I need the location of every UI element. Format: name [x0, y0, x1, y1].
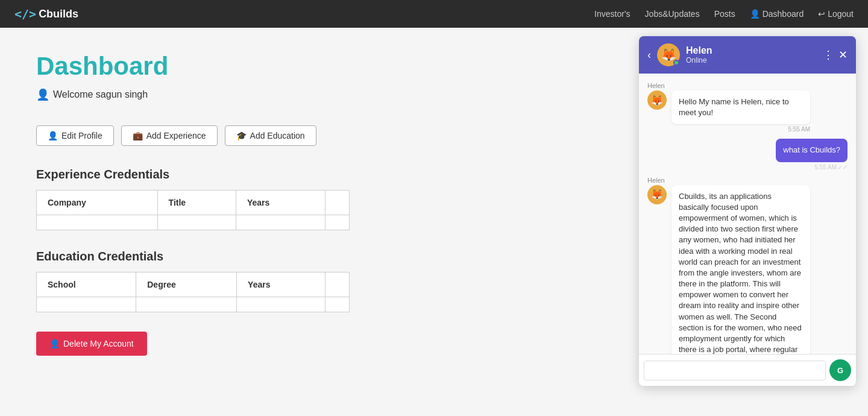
brand-logo[interactable]: </> Cbuilds: [14, 7, 78, 21]
chat-status: Online: [686, 56, 817, 65]
chat-avatar: 🦊: [657, 43, 680, 66]
delete-account-button[interactable]: 👤 Delete My Account: [36, 332, 147, 356]
chat-close-button[interactable]: ✕: [838, 48, 848, 61]
experience-table: Company Title Years: [36, 190, 350, 230]
chat-message-3: Helen 🦊 Cbuilds, its an applications bas…: [647, 177, 848, 354]
experience-col-title: Title: [157, 191, 236, 215]
edit-profile-label: Edit Profile: [61, 131, 102, 140]
experience-cell-company: [37, 215, 158, 230]
logout-icon: ↩: [818, 9, 825, 19]
edit-profile-icon: 👤: [48, 131, 58, 140]
experience-empty-row: [37, 215, 350, 230]
chat-messages: Helen 🦊 Hello My name is Helen, nice to …: [639, 74, 856, 354]
education-cell-degree: [136, 297, 237, 312]
nav-dashboard-label: Dashboard: [763, 9, 804, 19]
add-experience-label: Add Experience: [146, 131, 206, 140]
education-cell-action: [326, 297, 350, 312]
nav-dashboard[interactable]: 👤 Dashboard: [750, 9, 804, 19]
chat-header-actions: ⋮ ✕: [823, 48, 848, 61]
nav-posts[interactable]: Posts: [714, 9, 735, 19]
experience-cell-title: [157, 215, 236, 230]
add-education-button[interactable]: 🎓 Add Education: [225, 125, 316, 146]
bubble-row-2: what is Cbuilds? 5:55 AM ✓✓: [647, 139, 848, 170]
chat-panel: ‹ 🦊 Helen Online ⋮ ✕ Helen 🦊 Hello My na…: [639, 36, 856, 380]
msg-avatar-1: 🦊: [647, 90, 667, 110]
grammarly-button[interactable]: G: [829, 359, 851, 380]
add-education-label: Add Education: [250, 131, 305, 140]
bubble-3-text: Cbuilds, its an applications basically f…: [679, 192, 802, 354]
bubble-row-3: 🦊 Cbuilds, its an applications basically…: [647, 185, 848, 354]
sender-label-3: Helen: [647, 177, 848, 184]
experience-col-years: Years: [236, 191, 325, 215]
nav-investors[interactable]: Investor's: [594, 9, 630, 19]
read-checkmarks: ✓✓: [838, 164, 848, 171]
delete-label: Delete My Account: [63, 339, 134, 348]
nav-logout[interactable]: ↩ Logout: [818, 9, 854, 19]
add-education-icon: 🎓: [236, 131, 247, 140]
msg-avatar-3: 🦊: [647, 185, 667, 204]
main-content: Dashboard 👤 Welcome sagun singh 👤 Edit P…: [0, 28, 542, 380]
add-experience-button[interactable]: 💼 Add Experience: [121, 125, 218, 146]
chat-more-button[interactable]: ⋮: [823, 48, 834, 61]
time-2: 5:55 AM ✓✓: [776, 164, 848, 171]
add-experience-icon: 💼: [133, 131, 143, 140]
education-col-years: Years: [237, 273, 326, 297]
chat-back-button[interactable]: ‹: [647, 49, 651, 61]
edit-profile-button[interactable]: 👤 Edit Profile: [36, 125, 114, 146]
brand-name: Cbuilds: [39, 8, 78, 20]
experience-col-company: Company: [37, 191, 158, 215]
education-col-school: School: [37, 273, 136, 297]
experience-cell-action: [326, 215, 350, 230]
education-cell-school: [37, 297, 136, 312]
welcome-text-label: Welcome sagun singh: [53, 89, 148, 100]
bubble-2-text: what is Cbuilds?: [783, 145, 840, 154]
experience-action-col: [326, 191, 350, 215]
user-icon: 👤: [36, 88, 49, 101]
chat-contact-name: Helen: [686, 45, 817, 56]
chat-message-1: Helen 🦊 Hello My name is Helen, nice to …: [647, 82, 848, 133]
online-indicator: [673, 60, 679, 66]
chat-message-2: what is Cbuilds? 5:55 AM ✓✓: [647, 139, 848, 170]
bubble-1: Hello My name is Helen, nice to meet you…: [671, 90, 810, 124]
education-action-col: [326, 273, 350, 297]
education-section-title: Education Credentials: [36, 250, 506, 263]
education-cell-years: [237, 297, 326, 312]
bubble-row-1: 🦊 Hello My name is Helen, nice to meet y…: [647, 90, 848, 133]
navbar: </> Cbuilds Investor's Jobs&Updates Post…: [0, 0, 868, 28]
page-title: Dashboard: [36, 52, 506, 81]
action-buttons: 👤 Edit Profile 💼 Add Experience 🎓 Add Ed…: [36, 125, 506, 146]
nav-links: Investor's Jobs&Updates Posts 👤 Dashboar…: [594, 9, 854, 19]
person-icon: 👤: [750, 9, 760, 19]
education-empty-row: [37, 297, 350, 312]
chat-input[interactable]: [644, 361, 826, 380]
experience-section-title: Experience Credentials: [36, 168, 506, 181]
time-1: 5:55 AM: [671, 126, 810, 133]
nav-jobs[interactable]: Jobs&Updates: [645, 9, 700, 19]
code-icon: </>: [14, 7, 36, 21]
bubble-2: what is Cbuilds?: [776, 139, 848, 162]
nav-logout-label: Logout: [828, 9, 854, 19]
welcome-message: 👤 Welcome sagun singh: [36, 88, 506, 101]
education-col-degree: Degree: [136, 273, 237, 297]
chat-header: ‹ 🦊 Helen Online ⋮ ✕: [639, 36, 856, 74]
delete-icon: 👤: [49, 339, 60, 348]
bubble-3: Cbuilds, its an applications basically f…: [671, 185, 810, 354]
chat-input-area: G: [639, 354, 856, 380]
bubble-1-text: Hello My name is Helen, nice to meet you…: [679, 97, 789, 117]
chat-header-info: Helen Online: [686, 45, 817, 65]
sender-label-1: Helen: [647, 82, 848, 89]
education-table: School Degree Years: [36, 272, 350, 312]
experience-cell-years: [236, 215, 325, 230]
